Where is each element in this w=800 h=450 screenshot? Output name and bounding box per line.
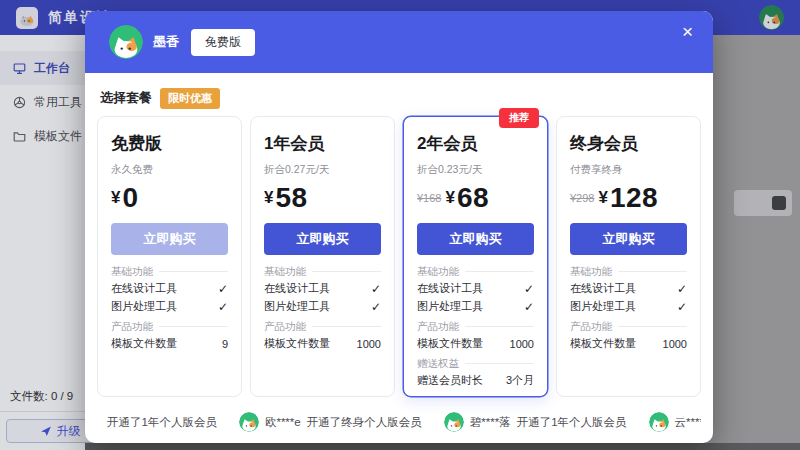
buy-button[interactable]: 立即购买 bbox=[111, 223, 228, 255]
currency-symbol: ¥ bbox=[264, 188, 273, 208]
plan-subtitle: 折合0.27元/天 bbox=[264, 163, 381, 176]
feature-section-title: 基础功能 bbox=[417, 265, 534, 278]
feature-row: 在线设计工具 ✓ bbox=[570, 281, 687, 296]
background-bottom-strip bbox=[85, 443, 800, 450]
cat-logo-icon bbox=[18, 9, 36, 27]
feature-row: 模板文件数量 1000 bbox=[264, 336, 381, 351]
plan-picker-title[interactable]: 选择套餐 bbox=[100, 89, 152, 107]
original-price: ¥298 bbox=[570, 192, 594, 204]
sidebar-item-label: 模板文件 bbox=[34, 128, 82, 145]
plan-subtitle: 折合0.23元/天 bbox=[417, 163, 534, 176]
tools-icon bbox=[13, 96, 26, 109]
feature-section-title: 赠送权益 bbox=[417, 357, 534, 370]
feature-row: 图片处理工具 ✓ bbox=[417, 299, 534, 314]
upgrade-button-label: 升级 bbox=[57, 423, 81, 440]
cat-avatar-icon bbox=[649, 412, 669, 432]
feature-row: 在线设计工具 ✓ bbox=[111, 281, 228, 296]
plan-card-free[interactable]: 免费版 永久免费 ¥ 0 立即购买 基础功能 在线设计工具 ✓ 图片处理工具 bbox=[97, 116, 242, 397]
plan-features: 基础功能 在线设计工具 ✓ 图片处理工具 ✓ 产品功能 模板文件数量 1000 bbox=[570, 265, 687, 351]
username: 墨香 bbox=[153, 33, 179, 51]
ticker-item: 碧****落 开通了1年个人版会员 bbox=[444, 412, 627, 432]
cat-avatar-icon bbox=[239, 412, 259, 432]
file-count-label: 文件数: 0 / 9 bbox=[10, 389, 73, 404]
feature-section-title: 产品功能 bbox=[264, 320, 381, 333]
rocket-icon bbox=[40, 425, 52, 437]
price-amount: 58 bbox=[275, 182, 307, 214]
plan-picker-header: 选择套餐 限时优惠 bbox=[100, 88, 701, 108]
feature-row: 图片处理工具 ✓ bbox=[570, 299, 687, 314]
plan-card-lifetime[interactable]: 终身会员 付费享终身 ¥298 ¥ 128 立即购买 基础功能 在线设计工具 ✓… bbox=[556, 116, 701, 397]
buy-button[interactable]: 立即购买 bbox=[570, 223, 687, 255]
feature-section-title: 产品功能 bbox=[570, 320, 687, 333]
check-icon: ✓ bbox=[677, 282, 687, 296]
modal-header: 墨香 免费版 × bbox=[85, 11, 713, 73]
feature-row: 模板文件数量 9 bbox=[111, 336, 228, 351]
sidebar-item-templates[interactable]: 模板文件 bbox=[0, 119, 88, 153]
plan-name: 1年会员 bbox=[264, 133, 381, 155]
plan-price: ¥298 ¥ 128 bbox=[570, 181, 687, 215]
sidebar: 工作台 常用工具 模板文件 文件数: 0 / 9 升级 bbox=[0, 35, 88, 450]
plan-cards: 免费版 永久免费 ¥ 0 立即购买 基础功能 在线设计工具 ✓ 图片处理工具 bbox=[97, 116, 701, 397]
currency-symbol: ¥ bbox=[598, 188, 607, 208]
feature-section-title: 基础功能 bbox=[111, 265, 228, 278]
check-icon: ✓ bbox=[524, 300, 534, 314]
plan-card-1year[interactable]: 1年会员 折合0.27元/天 ¥ 58 立即购买 基础功能 在线设计工具 ✓ 图… bbox=[250, 116, 395, 397]
buy-button[interactable]: 立即购买 bbox=[417, 223, 534, 255]
modal-body: 选择套餐 限时优惠 免费版 永久免费 ¥ 0 立即购买 基础功能 在线设计工具 … bbox=[85, 88, 713, 432]
ticker-item: 云****轻 开通 bbox=[649, 412, 701, 432]
check-icon: ✓ bbox=[371, 282, 381, 296]
background-panel bbox=[734, 190, 792, 216]
price-amount: 128 bbox=[610, 182, 658, 214]
check-icon: ✓ bbox=[218, 282, 228, 296]
feature-row: 在线设计工具 ✓ bbox=[417, 281, 534, 296]
check-icon: ✓ bbox=[677, 300, 687, 314]
plan-subtitle: 付费享终身 bbox=[570, 163, 687, 176]
ticker-item: 欧****e 开通了终身个人版会员 bbox=[239, 412, 422, 432]
feature-section-title: 产品功能 bbox=[111, 320, 228, 333]
topbar-user-avatar[interactable] bbox=[759, 5, 784, 30]
sidebar-item-workbench[interactable]: 工作台 bbox=[0, 51, 88, 85]
feature-row: 在线设计工具 ✓ bbox=[264, 281, 381, 296]
feature-section-title: 基础功能 bbox=[570, 265, 687, 278]
plan-name: 免费版 bbox=[111, 133, 228, 155]
plan-features: 基础功能 在线设计工具 ✓ 图片处理工具 ✓ 产品功能 模板文件数量 1000 … bbox=[417, 265, 534, 388]
plan-price: ¥168 ¥ 68 bbox=[417, 181, 534, 215]
cat-avatar-icon bbox=[444, 412, 464, 432]
feature-row: 模板文件数量 1000 bbox=[417, 336, 534, 351]
plan-name: 终身会员 bbox=[570, 133, 687, 155]
feature-row: 模板文件数量 1000 bbox=[570, 336, 687, 351]
close-icon[interactable]: × bbox=[676, 21, 699, 42]
promo-badge: 限时优惠 bbox=[160, 88, 220, 109]
price-amount: 68 bbox=[457, 182, 489, 214]
recommended-badge: 推荐 bbox=[499, 108, 539, 128]
plan-features: 基础功能 在线设计工具 ✓ 图片处理工具 ✓ 产品功能 模板文件数量 9 bbox=[111, 265, 228, 351]
monitor-icon bbox=[13, 62, 26, 75]
feature-section-title: 基础功能 bbox=[264, 265, 381, 278]
plan-card-2year[interactable]: 推荐 2年会员 折合0.23元/天 ¥168 ¥ 68 立即购买 基础功能 在线… bbox=[403, 116, 548, 397]
ticker-item: 开通了1年个人版会员 bbox=[107, 415, 217, 430]
price-amount: 0 bbox=[122, 182, 138, 214]
cat-avatar-icon bbox=[759, 5, 784, 30]
purchase-ticker: 开通了1年个人版会员 欧****e 开通了终身个人版会员 碧****落 开通了1… bbox=[97, 412, 701, 432]
currency-symbol: ¥ bbox=[445, 188, 454, 208]
sidebar-item-tools[interactable]: 常用工具 bbox=[0, 85, 88, 119]
feature-row: 赠送会员时长 3个月 bbox=[417, 373, 534, 388]
check-icon: ✓ bbox=[524, 282, 534, 296]
plan-subtitle: 永久免费 bbox=[111, 163, 228, 176]
feature-section-title: 产品功能 bbox=[417, 320, 534, 333]
original-price: ¥168 bbox=[417, 192, 441, 204]
app-logo-icon bbox=[16, 7, 38, 29]
user-avatar bbox=[109, 25, 143, 59]
feature-row: 图片处理工具 ✓ bbox=[264, 299, 381, 314]
plan-price: ¥ 58 bbox=[264, 181, 381, 215]
background-panel-icon bbox=[772, 196, 786, 210]
sidebar-item-label: 常用工具 bbox=[34, 94, 82, 111]
plan-features: 基础功能 在线设计工具 ✓ 图片处理工具 ✓ 产品功能 模板文件数量 1000 bbox=[264, 265, 381, 351]
plan-name: 2年会员 bbox=[417, 133, 534, 155]
sidebar-divider bbox=[0, 411, 88, 412]
plan-price: ¥ 0 bbox=[111, 181, 228, 215]
cat-avatar-icon bbox=[109, 25, 143, 59]
currency-symbol: ¥ bbox=[111, 188, 120, 208]
folder-icon bbox=[13, 130, 26, 143]
buy-button[interactable]: 立即购买 bbox=[264, 223, 381, 255]
